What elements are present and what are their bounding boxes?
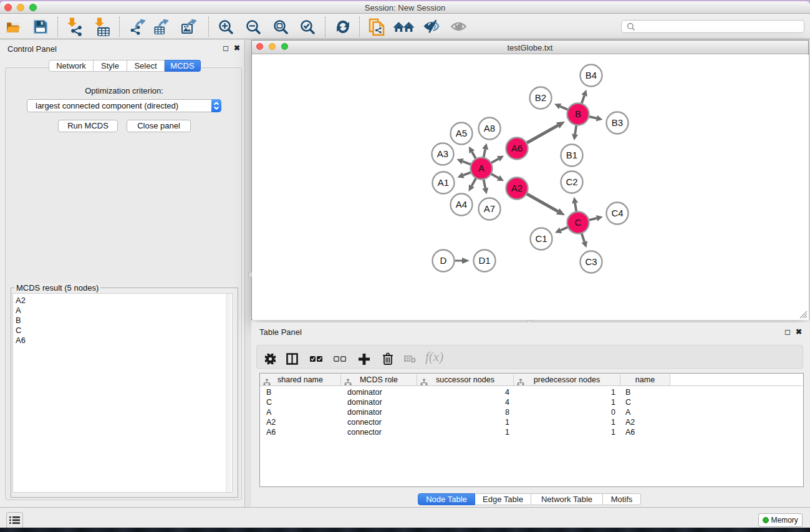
- svg-text:A8: A8: [484, 123, 495, 133]
- svg-text:D: D: [440, 255, 447, 266]
- svg-text:B: B: [575, 109, 581, 119]
- svg-text:A3: A3: [437, 148, 448, 159]
- svg-text:C1: C1: [535, 233, 547, 244]
- svg-text:A6: A6: [511, 143, 523, 153]
- svg-text:A5: A5: [456, 128, 467, 138]
- svg-text:B2: B2: [535, 92, 546, 103]
- svg-text:A7: A7: [484, 203, 495, 214]
- svg-text:B1: B1: [566, 150, 577, 160]
- svg-text:D1: D1: [478, 255, 490, 266]
- svg-text:C3: C3: [585, 256, 597, 267]
- svg-text:A: A: [478, 163, 485, 173]
- svg-text:B3: B3: [612, 117, 623, 128]
- svg-text:A4: A4: [456, 199, 467, 210]
- svg-text:A2: A2: [511, 183, 523, 193]
- svg-text:C4: C4: [611, 208, 623, 218]
- svg-text:A1: A1: [438, 177, 449, 188]
- svg-text:C: C: [575, 217, 582, 228]
- svg-text:B4: B4: [586, 70, 597, 80]
- svg-text:C2: C2: [566, 177, 577, 187]
